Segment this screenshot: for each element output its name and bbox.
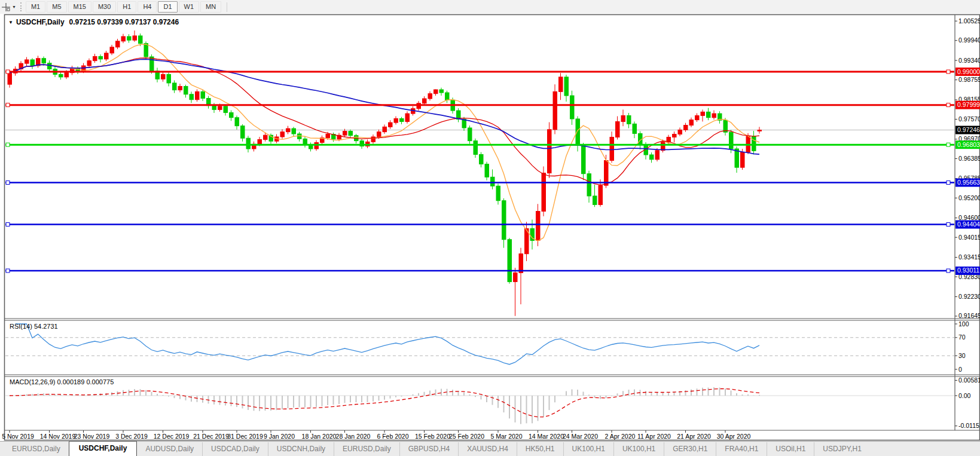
candle[interactable] — [144, 44, 148, 57]
candle[interactable] — [536, 212, 541, 241]
candle[interactable] — [445, 93, 450, 100]
candle[interactable] — [133, 36, 137, 40]
candle[interactable] — [298, 134, 302, 139]
timeframe-button-h1[interactable]: H1 — [117, 1, 136, 13]
candle[interactable] — [349, 131, 353, 136]
candle[interactable] — [514, 273, 518, 281]
candle[interactable] — [8, 73, 12, 84]
candle[interactable] — [655, 151, 660, 160]
candle[interactable] — [593, 196, 597, 204]
candle[interactable] — [627, 115, 631, 124]
chart-canvas[interactable]: 1.005250.999400.993400.987550.981550.975… — [0, 14, 980, 441]
candle[interactable] — [241, 126, 245, 139]
candle[interactable] — [417, 103, 421, 109]
chart-tab-2-audusd[interactable]: AUDUSD,Daily — [137, 442, 202, 456]
hline-handle-right-0.96803[interactable] — [947, 143, 950, 146]
candle[interactable] — [190, 94, 194, 100]
candle[interactable] — [286, 128, 291, 132]
timeframe-button-m15[interactable]: M15 — [68, 1, 91, 13]
candle[interactable] — [480, 154, 484, 164]
candle[interactable] — [616, 121, 620, 137]
candle[interactable] — [570, 96, 575, 119]
candle[interactable] — [150, 57, 154, 71]
candle[interactable] — [405, 114, 410, 121]
hline-handle-right-0.93011[interactable] — [947, 269, 950, 273]
chart-tab-4-usdcnh[interactable]: USDCNH,Daily — [268, 442, 334, 456]
candle[interactable] — [712, 114, 716, 118]
candle[interactable] — [439, 90, 444, 93]
chart-tab-10-uk100[interactable]: UK100,H1 — [613, 442, 664, 456]
candle[interactable] — [389, 123, 393, 127]
candle[interactable] — [633, 124, 637, 133]
candle[interactable] — [462, 120, 466, 128]
timeframe-button-m1[interactable]: M1 — [26, 1, 45, 13]
candle[interactable] — [383, 127, 387, 131]
candle[interactable] — [59, 74, 63, 76]
chart-tab-14-usdjpy[interactable]: USDJPY,H1 — [814, 442, 869, 456]
hline-handle-right-0.97999[interactable] — [947, 103, 950, 107]
hline-handle-right-0.94404[interactable] — [947, 223, 950, 227]
chart-tab-8-hk50[interactable]: HK50,H1 — [517, 442, 563, 456]
candle[interactable] — [218, 106, 222, 110]
candle[interactable] — [491, 177, 495, 186]
candle[interactable] — [548, 130, 552, 173]
candle[interactable] — [434, 90, 438, 94]
candle[interactable] — [474, 141, 478, 155]
candle[interactable] — [161, 74, 166, 79]
candle[interactable] — [508, 240, 512, 282]
chart-tab-0-eurusd[interactable]: EURUSD,Daily — [4, 442, 69, 456]
candle[interactable] — [116, 41, 120, 47]
candle[interactable] — [65, 73, 69, 77]
hline-handle-left-0.99000[interactable] — [6, 70, 10, 74]
candle[interactable] — [371, 137, 375, 142]
candle[interactable] — [280, 132, 285, 137]
candle[interactable] — [127, 36, 132, 40]
hline-handle-left-0.97999[interactable] — [6, 103, 10, 107]
candle[interactable] — [684, 126, 688, 130]
candle[interactable] — [258, 139, 262, 144]
chart-tab-1-usdchf[interactable]: USDCHF,Daily — [69, 441, 138, 456]
hline-handle-left-0.94404[interactable] — [6, 223, 10, 227]
candle[interactable] — [496, 186, 500, 200]
candle[interactable] — [752, 136, 756, 151]
timeframe-button-h4[interactable]: H4 — [138, 1, 157, 13]
candle[interactable] — [230, 112, 234, 117]
candle[interactable] — [735, 149, 739, 167]
chart-tab-6-gbpusd[interactable]: GBPUSD,H4 — [399, 442, 458, 456]
candle[interactable] — [689, 120, 694, 126]
candle[interactable] — [212, 106, 216, 110]
candle[interactable] — [542, 173, 546, 212]
chart-tab-9-uk100[interactable]: UK100,H1 — [563, 442, 613, 456]
candle[interactable] — [502, 201, 506, 240]
candle[interactable] — [394, 118, 398, 123]
candle[interactable] — [42, 59, 46, 63]
candle[interactable] — [121, 36, 126, 41]
hline-handle-left-0.96803[interactable] — [6, 143, 10, 146]
collapse-arrow-icon[interactable]: ▼ — [8, 20, 13, 25]
candle[interactable] — [30, 60, 35, 66]
candle[interactable] — [87, 61, 91, 66]
chart-tab-13-usoil[interactable]: USOil,H1 — [767, 442, 814, 456]
candle[interactable] — [605, 160, 609, 185]
candle[interactable] — [343, 131, 347, 136]
candle[interactable] — [292, 128, 296, 134]
candle[interactable] — [468, 128, 472, 141]
candle[interactable] — [184, 86, 188, 94]
hline-handle-left-0.95663[interactable] — [6, 181, 10, 185]
candle[interactable] — [139, 36, 143, 44]
candle[interactable] — [729, 132, 734, 149]
candle[interactable] — [246, 138, 251, 149]
candle[interactable] — [519, 254, 523, 273]
candle[interactable] — [485, 164, 489, 177]
candle[interactable] — [377, 132, 381, 137]
candle[interactable] — [167, 74, 171, 82]
timeframe-button-d1[interactable]: D1 — [158, 1, 177, 13]
candle[interactable] — [701, 112, 705, 115]
candle[interactable] — [105, 53, 109, 59]
candle[interactable] — [400, 118, 404, 121]
candle[interactable] — [695, 115, 700, 120]
toolbar-dropdown-arrow-icon[interactable]: ▼ — [12, 5, 16, 9]
chart-tab-7-xauusd[interactable]: XAUUSD,H4 — [458, 442, 517, 456]
candle[interactable] — [99, 56, 103, 59]
candle[interactable] — [559, 77, 563, 91]
